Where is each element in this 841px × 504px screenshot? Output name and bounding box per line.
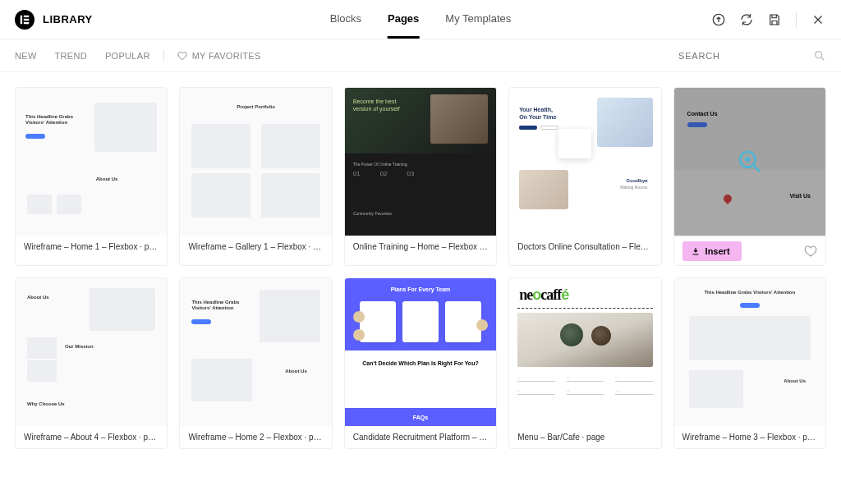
- favorites-label: MY FAVORITES: [192, 51, 261, 61]
- thumbnail: Plans For Every Team Can't Decide Which …: [345, 278, 496, 426]
- template-card[interactable]: This Headline Grabs Visitors' Attention …: [15, 87, 168, 266]
- search-icon: [813, 49, 826, 62]
- filter-popular[interactable]: POPULAR: [105, 51, 150, 61]
- main-tabs: Blocks Pages My Templates: [330, 1, 512, 39]
- card-title: Doctors Online Consultation – Flexb...: [509, 236, 660, 258]
- zoom-overlay[interactable]: [674, 88, 825, 236]
- template-card[interactable]: neocaffé ——— ——— Menu – Bar/Cafe · page: [508, 277, 661, 449]
- zoom-icon: [737, 149, 763, 175]
- svg-rect-0: [21, 15, 22, 24]
- svg-rect-2: [24, 18, 29, 20]
- header-actions: [710, 11, 826, 28]
- thumbnail: About Us Our Mission Why Choose Us: [16, 278, 167, 426]
- search-box[interactable]: [678, 49, 826, 62]
- thumbnail: This Headline Grabs Visitors' Attention …: [674, 278, 825, 426]
- card-title: Menu – Bar/Cafe · page: [509, 426, 660, 448]
- insert-label: Insert: [705, 246, 730, 256]
- hover-action-bar: Insert: [674, 236, 825, 265]
- card-title: Wireframe – Home 2 – Flexbox · pa...: [180, 426, 331, 448]
- heart-icon: [177, 51, 187, 61]
- thumbnail: neocaffé ——— ———: [509, 278, 660, 426]
- filter-favorites[interactable]: MY FAVORITES: [177, 51, 261, 61]
- elementor-logo: [15, 10, 34, 30]
- card-title: Wireframe – About 4 – Flexbox · page: [16, 426, 167, 448]
- thumbnail: This Headline Grabs Visitors' Attention …: [180, 278, 331, 426]
- card-title: Online Training – Home – Flexbox · ...: [345, 236, 496, 258]
- library-title: LIBRARY: [43, 13, 93, 25]
- svg-rect-3: [24, 21, 29, 23]
- filter-bar: NEW TREND POPULAR MY FAVORITES: [0, 39, 841, 72]
- close-icon[interactable]: [810, 11, 826, 28]
- template-card[interactable]: Become the best version of yourself The …: [344, 87, 497, 266]
- template-card[interactable]: Plans For Every Team Can't Decide Which …: [344, 277, 497, 449]
- insert-button[interactable]: Insert: [682, 241, 742, 261]
- template-card[interactable]: This Headline Grabs Visitors' Attention …: [673, 277, 826, 449]
- template-card-hovered[interactable]: Contact Us Visit Us Insert: [673, 87, 826, 266]
- download-icon: [691, 246, 701, 256]
- card-title: Wireframe – Gallery 1 – Flexbox · pa...: [180, 236, 331, 258]
- template-card[interactable]: Project Portfolio Wireframe – Gallery 1 …: [179, 87, 332, 266]
- template-card[interactable]: This Headline Grabs Visitors' Attention …: [179, 277, 332, 449]
- svg-point-5: [816, 51, 822, 57]
- refresh-icon[interactable]: [738, 11, 755, 28]
- card-title: Wireframe – Home 1 – Flexbox · pa...: [16, 236, 167, 258]
- divider: [163, 50, 164, 62]
- thumbnail: Project Portfolio: [180, 88, 331, 236]
- save-icon[interactable]: [766, 11, 783, 28]
- divider: [796, 12, 797, 27]
- tab-pages[interactable]: Pages: [388, 1, 419, 39]
- card-title: Candidate Recruitment Platform – p...: [345, 426, 496, 448]
- tab-blocks[interactable]: Blocks: [330, 1, 361, 39]
- header: LIBRARY Blocks Pages My Templates: [0, 0, 841, 39]
- favorite-icon[interactable]: [804, 245, 817, 258]
- template-grid: This Headline Grabs Visitors' Attention …: [0, 72, 841, 464]
- template-card[interactable]: About Us Our Mission Why Choose Us Wiref…: [15, 277, 168, 449]
- card-title: Wireframe – Home 3 – Flexbox · pa...: [674, 426, 825, 448]
- filter-trend[interactable]: TREND: [55, 51, 87, 61]
- template-card[interactable]: Your Health,On Your Time Goodbye Waiting…: [508, 87, 661, 266]
- search-input[interactable]: [678, 51, 813, 61]
- thumbnail: Become the best version of yourself The …: [345, 88, 496, 236]
- tab-my-templates[interactable]: My Templates: [445, 1, 511, 39]
- upload-icon[interactable]: [710, 11, 727, 28]
- thumbnail: Your Health,On Your Time Goodbye Waiting…: [509, 88, 660, 236]
- filter-new[interactable]: NEW: [15, 51, 37, 61]
- svg-rect-1: [24, 15, 29, 16]
- thumbnail: This Headline Grabs Visitors' Attention …: [16, 88, 167, 236]
